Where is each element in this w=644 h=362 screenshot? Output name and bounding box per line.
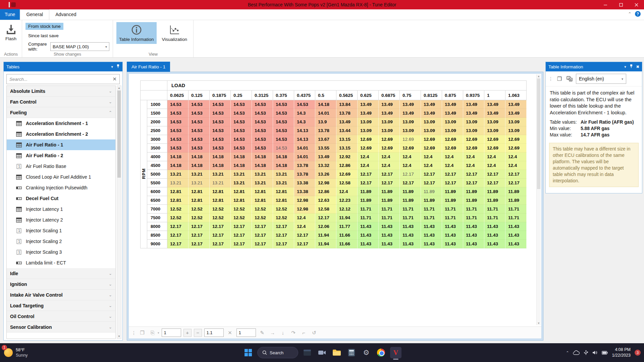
afr-cell[interactable]: 12.4 <box>379 161 400 170</box>
afr-cell[interactable]: 14.53 <box>210 100 231 109</box>
afr-cell[interactable]: 12.4 <box>294 214 315 222</box>
afr-cell[interactable]: 13.78 <box>294 161 315 170</box>
afr-cell[interactable]: 14.18 <box>189 153 210 161</box>
afr-cell[interactable]: 13.49 <box>358 109 379 118</box>
afr-cell[interactable]: 14.53 <box>273 144 294 153</box>
afr-cell[interactable]: 14.53 <box>210 118 231 126</box>
afr-cell[interactable]: 11.71 <box>484 205 505 214</box>
afr-cell[interactable]: 12.17 <box>379 179 400 187</box>
taskbar-app-file-explorer[interactable] <box>331 347 342 358</box>
afr-cell[interactable]: 13.09 <box>358 118 379 126</box>
afr-cell[interactable]: 12.17 <box>231 222 252 231</box>
afr-cell[interactable]: 12.4 <box>358 161 379 170</box>
sidebar-item-injector-scaling-2[interactable]: 1Injector Scaling 2 <box>7 236 115 247</box>
afr-cell[interactable]: 11.94 <box>315 231 336 240</box>
afr-cell[interactable]: 12.52 <box>252 214 273 222</box>
afr-cell[interactable]: 12.81 <box>210 196 231 205</box>
load-column-header[interactable]: 0.25 <box>231 90 252 100</box>
afr-cell[interactable]: 12.69 <box>379 135 400 144</box>
afr-cell[interactable]: 12.17 <box>273 222 294 231</box>
afr-cell[interactable]: 13.21 <box>231 170 252 179</box>
rpm-row-header[interactable]: 9000 <box>147 240 167 248</box>
copy-description-icon[interactable]: ❐ <box>556 75 563 82</box>
rpm-row-header[interactable]: 4500 <box>147 161 167 170</box>
afr-cell[interactable]: 11.43 <box>379 222 400 231</box>
afr-cell[interactable]: 12.17 <box>189 240 210 248</box>
afr-cell[interactable]: 12.12 <box>336 205 358 214</box>
toolbar-grip-icon[interactable]: ⋮ <box>548 76 553 81</box>
tables-scrollbar[interactable]: ▲ ▼ <box>117 85 121 339</box>
afr-cell[interactable]: 14.53 <box>189 126 210 135</box>
panel-menu-icon[interactable]: ▾ <box>624 65 626 69</box>
afr-cell[interactable]: 11.89 <box>484 196 505 205</box>
afr-cell[interactable]: 12.98 <box>315 179 336 187</box>
battery-icon[interactable] <box>602 351 608 355</box>
rpm-row-header[interactable]: 1500 <box>147 109 167 118</box>
afr-cell[interactable]: 13.26 <box>315 170 336 179</box>
afr-cell[interactable]: 12.17 <box>400 179 421 187</box>
load-column-header[interactable]: 0.4375 <box>294 90 315 100</box>
afr-cell[interactable]: 12.17 <box>252 222 273 231</box>
afr-cell[interactable]: 14.18 <box>167 153 189 161</box>
clear-search-icon[interactable]: ✕ <box>112 76 117 82</box>
onedrive-cloud-icon[interactable] <box>573 350 580 355</box>
afr-cell[interactable]: 14.18 <box>315 100 336 109</box>
flash-button[interactable]: Flash <box>3 22 18 43</box>
afr-cell[interactable]: 13.78 <box>294 170 315 179</box>
afr-cell[interactable]: 12.17 <box>273 231 294 240</box>
afr-cell[interactable]: 14.53 <box>273 118 294 126</box>
afr-cell[interactable]: 12.69 <box>336 170 358 179</box>
paste-icon[interactable]: ⎘ <box>149 329 157 337</box>
afr-cell[interactable]: 13.49 <box>505 100 527 109</box>
rpm-row-header[interactable]: 7000 <box>147 205 167 214</box>
notification-badge[interactable]: 3 <box>635 350 641 356</box>
afr-cell[interactable]: 12.69 <box>421 135 442 144</box>
afr-cell[interactable]: 13.49 <box>336 118 358 126</box>
afr-cell[interactable]: 11.43 <box>421 222 442 231</box>
afr-cell[interactable]: 12.69 <box>463 135 484 144</box>
rpm-row-header[interactable]: 6000 <box>147 187 167 196</box>
afr-cell[interactable]: 11.43 <box>484 231 505 240</box>
afr-cell[interactable]: 13.09 <box>463 118 484 126</box>
afr-cell[interactable]: 14.53 <box>189 135 210 144</box>
afr-cell[interactable]: 13.49 <box>315 153 336 161</box>
afr-cell[interactable]: 13.38 <box>294 179 315 187</box>
afr-cell[interactable]: 12.4 <box>421 161 442 170</box>
afr-cell[interactable]: 11.43 <box>442 240 463 248</box>
afr-cell[interactable]: 13.49 <box>400 109 421 118</box>
afr-cell[interactable]: 13.49 <box>379 100 400 109</box>
afr-cell[interactable]: 14.18 <box>167 161 189 170</box>
afr-cell[interactable]: 13.21 <box>167 179 189 187</box>
start-button[interactable] <box>243 347 254 358</box>
scroll-down-icon[interactable]: ▼ <box>117 335 121 338</box>
afr-cell[interactable]: 13.49 <box>421 109 442 118</box>
afr-cell[interactable]: 12.4 <box>505 161 527 170</box>
afr-cell[interactable]: 13.09 <box>484 118 505 126</box>
afr-cell[interactable]: 12.58 <box>336 179 358 187</box>
afr-cell[interactable]: 11.89 <box>421 196 442 205</box>
afr-cell[interactable]: 12.4 <box>421 153 442 161</box>
load-column-header[interactable]: 0.75 <box>400 90 421 100</box>
afr-cell[interactable]: 12.4 <box>463 161 484 170</box>
afr-cell[interactable]: 11.43 <box>505 240 527 248</box>
afr-cell[interactable]: 12.17 <box>167 222 189 231</box>
afr-cell[interactable]: 12.17 <box>379 170 400 179</box>
afr-cell[interactable]: 12.58 <box>315 205 336 214</box>
sidebar-item-injector-scaling-1[interactable]: 1Injector Scaling 1 <box>7 225 115 236</box>
sidebar-item-lambda-limit-ect[interactable]: Lambda limit - ECT <box>7 257 115 268</box>
afr-cell[interactable]: 12.69 <box>400 144 421 153</box>
afr-cell[interactable]: 12.17 <box>505 179 527 187</box>
afr-cell[interactable]: 14.53 <box>167 126 189 135</box>
sidebar-item-cranking-injection-pulsewidth[interactable]: Cranking Injection Pulsewidth <box>7 182 115 193</box>
afr-cell[interactable]: 13.84 <box>336 100 358 109</box>
sidebar-item-injector-latency-1[interactable]: Injector Latency 1 <box>7 204 115 215</box>
taskbar-app-terminal[interactable] <box>302 347 313 358</box>
rpm-row-header[interactable]: 3500 <box>147 144 167 153</box>
rpm-row-header[interactable]: 3000 <box>147 135 167 144</box>
afr-cell[interactable]: 11.89 <box>400 196 421 205</box>
afr-cell[interactable]: 13.09 <box>442 126 463 135</box>
afr-cell[interactable]: 14.53 <box>231 100 252 109</box>
afr-cell[interactable]: 13.38 <box>294 187 315 196</box>
minimize-button[interactable] <box>598 0 613 9</box>
close-button[interactable] <box>629 0 644 9</box>
